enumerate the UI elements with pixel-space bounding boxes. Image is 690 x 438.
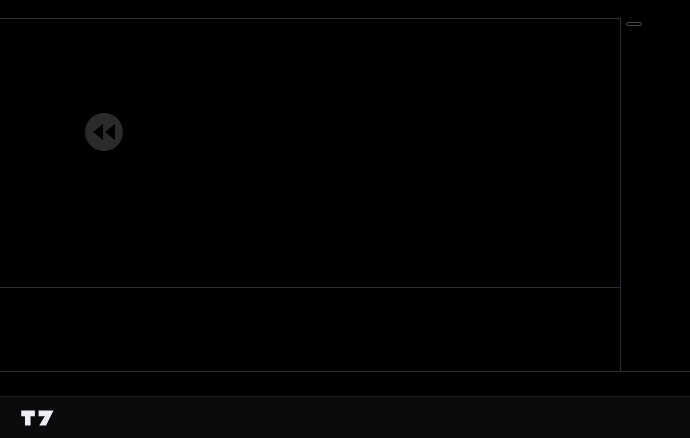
chart-legend[interactable] [8,24,14,35]
last-price-badge [622,18,690,33]
oscillator-pane[interactable] [0,287,620,371]
tradingview-logo-icon[interactable] [20,406,56,430]
attribution-bar [0,0,690,18]
price-axis[interactable] [620,18,690,371]
main-chart-plot[interactable] [0,18,620,287]
footer-bar [0,396,690,438]
tradingview-screenshot [0,0,690,438]
time-axis[interactable] [0,371,690,397]
